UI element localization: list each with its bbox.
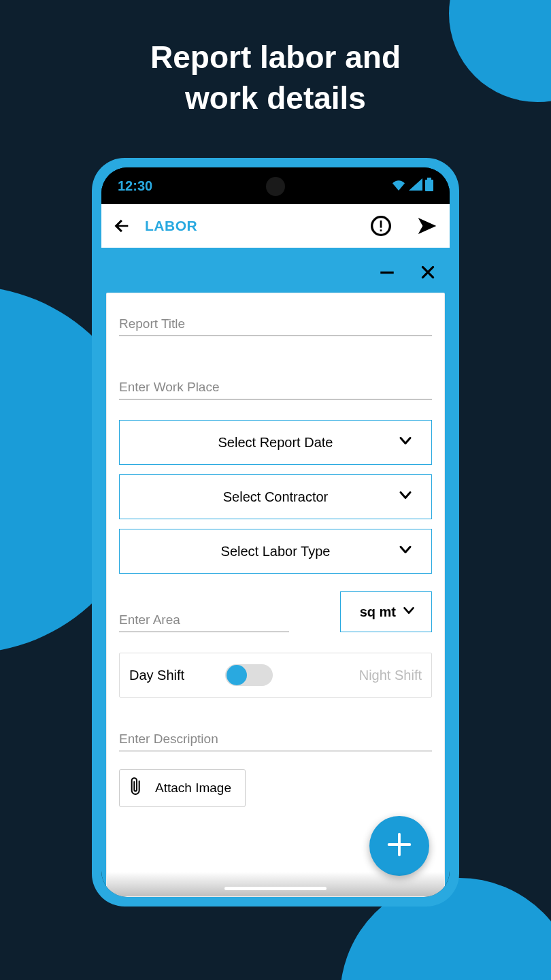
select-report-date-label: Select Report Date — [218, 435, 333, 451]
plus-icon — [384, 829, 415, 863]
content-area: Select Report Date Select Contractor Sel… — [101, 248, 450, 897]
shift-toggle[interactable] — [225, 664, 273, 686]
chevron-down-icon — [397, 542, 414, 561]
status-time: 12:30 — [118, 178, 152, 194]
select-report-date[interactable]: Select Report Date — [119, 420, 432, 465]
form-panel: Select Report Date Select Contractor Sel… — [106, 293, 445, 897]
work-place-input[interactable] — [119, 374, 432, 399]
chevron-down-icon — [397, 433, 414, 453]
promo-line-2: work details — [0, 78, 551, 119]
page-title: LABOR — [145, 218, 346, 234]
wifi-icon — [391, 178, 406, 193]
signal-icon — [409, 178, 422, 193]
phone-screen: 12:30 LABOR — [101, 167, 450, 897]
shift-row: Day Shift Night Shift — [119, 653, 432, 698]
description-input[interactable] — [119, 726, 432, 751]
select-labor-type-label: Select Labor Type — [221, 544, 331, 559]
panel-header — [106, 252, 445, 293]
chevron-down-icon — [401, 603, 416, 621]
add-fab[interactable] — [369, 816, 429, 876]
camera-notch — [266, 177, 285, 196]
battery-icon — [425, 178, 433, 194]
svg-rect-5 — [380, 272, 394, 274]
select-contractor[interactable]: Select Contractor — [119, 474, 432, 519]
android-nav-handle[interactable] — [224, 887, 327, 890]
minimize-button[interactable] — [377, 262, 397, 282]
send-button[interactable] — [416, 214, 439, 238]
report-title-input[interactable] — [119, 311, 432, 336]
select-contractor-label: Select Contractor — [223, 489, 329, 505]
select-labor-type[interactable]: Select Labor Type — [119, 529, 432, 574]
app-header: LABOR — [101, 204, 450, 248]
alert-button[interactable] — [369, 214, 393, 238]
attach-image-label: Attach Image — [155, 781, 231, 796]
unit-select[interactable]: sq mt — [340, 591, 432, 632]
svg-rect-3 — [380, 220, 382, 228]
area-input[interactable] — [119, 607, 289, 632]
chevron-down-icon — [397, 487, 414, 507]
bottom-fade — [107, 872, 444, 896]
svg-rect-4 — [380, 229, 382, 231]
svg-rect-0 — [427, 178, 431, 180]
day-shift-label: Day Shift — [129, 668, 184, 683]
paperclip-icon — [129, 777, 144, 800]
promo-line-1: Report labor and — [0, 37, 551, 78]
phone-frame: 12:30 LABOR — [92, 158, 459, 906]
back-button[interactable] — [112, 216, 131, 235]
promo-title: Report labor and work details — [0, 37, 551, 119]
attach-image-button[interactable]: Attach Image — [119, 769, 246, 807]
night-shift-label: Night Shift — [359, 668, 422, 683]
svg-rect-1 — [425, 180, 433, 191]
status-icons-group — [391, 178, 433, 194]
status-bar: 12:30 — [101, 167, 450, 204]
toggle-thumb — [227, 665, 247, 685]
close-button[interactable] — [418, 262, 438, 282]
unit-label: sq mt — [360, 604, 396, 620]
area-row: sq mt — [119, 591, 432, 632]
